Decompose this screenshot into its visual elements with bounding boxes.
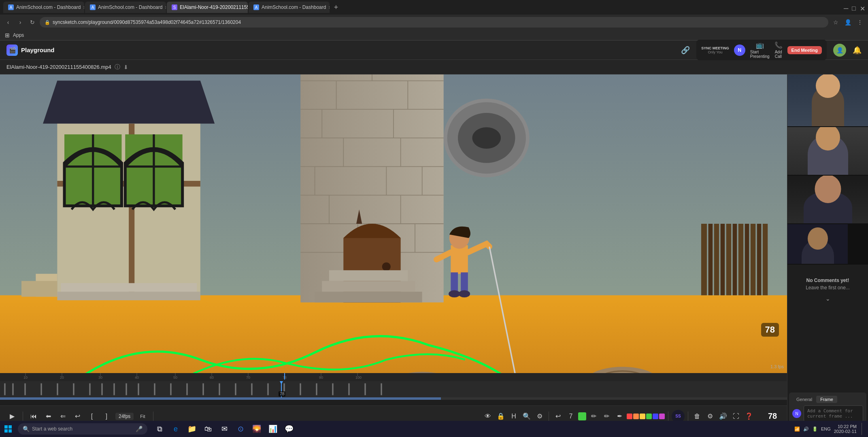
user-avatar[interactable]: 👤 (833, 44, 846, 57)
loop-button[interactable]: ↩ (72, 411, 83, 422)
play-button[interactable]: ▶ (6, 411, 18, 422)
forward-button[interactable]: › (15, 17, 25, 27)
separator-1 (23, 412, 23, 421)
address-box[interactable]: 🔒 syncsketch.com/playground/0090d8753597… (40, 17, 828, 28)
pen-tool-button[interactable]: ✒ (614, 411, 625, 422)
color-purple[interactable] (659, 414, 665, 419)
close-button[interactable]: ✕ (860, 5, 865, 10)
svg-rect-50 (315, 292, 422, 303)
start-presenting-button[interactable]: 📺 StartPresenting (750, 41, 770, 59)
color-blue[interactable] (653, 414, 658, 419)
prev-frame-button[interactable]: ⬅ (43, 411, 54, 422)
undo-button[interactable]: ↩ (552, 411, 564, 422)
photos-button[interactable]: 🌄 (249, 422, 264, 436)
app-button-7[interactable]: 💬 (282, 422, 296, 436)
bracket-start-button[interactable]: [ (86, 411, 98, 422)
color-orange[interactable] (633, 414, 639, 419)
time-display: 10:22 PM (834, 424, 857, 429)
back-button[interactable]: ‹ (3, 17, 13, 27)
tab-close-2[interactable]: ✕ (165, 5, 166, 10)
download-button[interactable]: ⬇ (123, 64, 128, 70)
color-green[interactable] (646, 414, 652, 419)
tab-4[interactable]: A AnimSchool.com - Dashboard ✕ (249, 2, 330, 13)
svg-marker-129 (280, 381, 283, 384)
end-meeting-button[interactable]: End Meeting (787, 46, 822, 54)
number-tool-button[interactable]: 7 (565, 411, 577, 422)
minimize-button[interactable]: ─ (844, 5, 849, 10)
link-icon[interactable]: 🔗 (681, 46, 690, 55)
edge-browser-button[interactable]: e (168, 422, 183, 436)
svg-text:100: 100 (355, 375, 362, 380)
step-back-button[interactable]: ⇐ (57, 411, 68, 422)
frame-tab[interactable]: Frame (816, 396, 837, 403)
settings-tool-button[interactable]: ⚙ (534, 411, 545, 422)
start-presenting-label: StartPresenting (750, 50, 770, 59)
app-header: 🎬 Playground 🔗 SYNC MEETING Only You N 📺… (0, 40, 868, 60)
fit-button[interactable]: Fit (137, 411, 148, 422)
svg-rect-81 (21, 281, 57, 297)
file-explorer-button[interactable]: 📁 (185, 422, 199, 436)
green-color-swatch[interactable] (578, 412, 586, 420)
microphone-icon[interactable]: 🎤 (136, 426, 143, 432)
battery-icon[interactable]: 🔋 (812, 426, 818, 432)
separator-5 (688, 412, 688, 421)
tab-close-1[interactable]: ✕ (83, 5, 84, 10)
show-desktop-button[interactable] (862, 423, 863, 435)
settings2-button[interactable]: ⚙ (704, 411, 716, 422)
animation-scene (0, 74, 787, 373)
skip-to-start-button[interactable]: ⏮ (28, 411, 39, 422)
delete-button[interactable]: 🗑 (691, 411, 703, 422)
help-button[interactable]: ❓ (743, 411, 755, 422)
comment-tabs: General Frame (792, 396, 863, 403)
lock-tool-button[interactable]: 🔒 (495, 411, 506, 422)
svg-point-56 (449, 290, 460, 297)
info-icon-button[interactable]: ⓘ (115, 64, 120, 71)
start-button[interactable] (0, 421, 16, 437)
app-button-6[interactable]: 📊 (266, 422, 280, 436)
general-tab[interactable]: General (792, 396, 816, 403)
user-account-button[interactable]: 👤 (843, 17, 853, 27)
address-text: syncsketch.com/playground/0090d87535974a… (53, 19, 241, 25)
pencil-tool-button[interactable]: ✏ (588, 411, 599, 422)
network-icon[interactable]: 📶 (794, 426, 800, 432)
taskbar-search-box[interactable]: 🔍 Start a web search 🎤 (18, 423, 147, 435)
comment-textarea[interactable] (804, 405, 863, 422)
hide-tool-button[interactable]: 👁 (482, 411, 494, 422)
audio-button[interactable]: 🔊 (717, 411, 729, 422)
add-call-label: AddCall (775, 50, 782, 59)
svg-rect-64 (726, 224, 731, 295)
refresh-button[interactable]: ↻ (28, 17, 37, 27)
bracket-end-button[interactable]: ] (101, 411, 112, 422)
chrome-button[interactable]: ⊙ (233, 422, 248, 436)
search-tool-button[interactable]: 🔍 (521, 411, 532, 422)
menu-button[interactable]: ⋮ (855, 17, 865, 27)
separator-2 (153, 412, 153, 421)
eraser-tool-button[interactable]: ✏ (601, 411, 612, 422)
search-placeholder-text: Start a web search (32, 426, 72, 432)
color-yellow[interactable] (640, 414, 645, 419)
color-red[interactable] (627, 414, 632, 419)
tab-3[interactable]: S ElAlami-Noor-419-20200211155... ✕ (167, 2, 248, 13)
expand-comments-button[interactable]: ⌄ (792, 294, 863, 303)
mail-button[interactable]: ✉ (217, 422, 232, 436)
volume-icon[interactable]: 🔊 (803, 426, 809, 432)
svg-rect-124 (332, 383, 334, 395)
fullscreen-button[interactable]: ⛶ (730, 411, 742, 422)
header-tool-button[interactable]: H (508, 411, 519, 422)
add-call-button[interactable]: 📞 AddCall (774, 41, 783, 59)
new-tab-button[interactable]: + (330, 2, 342, 13)
svg-point-45 (382, 262, 391, 271)
language-indicator: ENG (821, 426, 831, 431)
tab-1[interactable]: A AnimSchool.com - Dashboard ✕ (3, 2, 84, 13)
bookmark-button[interactable]: ☆ (831, 17, 840, 27)
apps-label: Apps (13, 32, 24, 38)
svg-rect-132 (4, 429, 8, 433)
store-button[interactable]: 🛍 (201, 422, 215, 436)
tab-2[interactable]: A AnimSchool.com - Dashboard ✕ (85, 2, 166, 13)
svg-rect-107 (73, 383, 74, 395)
task-view-button[interactable]: ⧉ (152, 422, 167, 436)
notification-icon[interactable]: 🔔 (853, 46, 862, 55)
scrubber-track[interactable]: 78 (0, 381, 787, 397)
maximize-button[interactable]: □ (852, 5, 857, 10)
tab-close-4[interactable]: ✕ (328, 5, 330, 10)
